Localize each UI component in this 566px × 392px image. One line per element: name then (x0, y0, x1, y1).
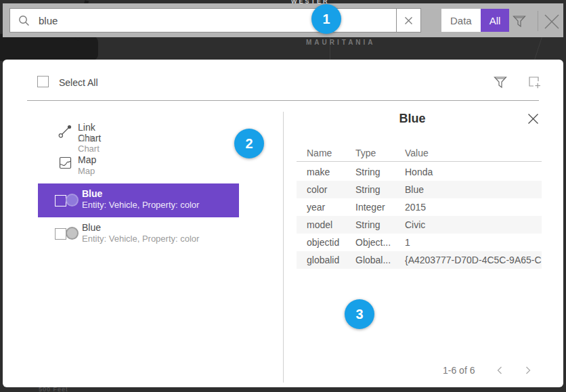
cell-name: globalid (297, 255, 355, 265)
map-icon (58, 155, 73, 171)
cell-type: Integer (355, 202, 405, 213)
result-title: Blue (82, 188, 102, 199)
knowledge-search-overlay: WESTER MAURITANIA 500 Feet Data All (0, 0, 566, 392)
search-toolbar: Data All (3, 3, 563, 37)
cell-name: objectid (297, 237, 355, 248)
search-icon (18, 15, 30, 26)
cell-type: String (355, 219, 405, 230)
table-row: objectid Object... 1 (297, 234, 542, 251)
table-row: year Integer 2015 (297, 198, 542, 216)
result-subtitle: Entity: Vehicle, Property: color (82, 200, 199, 210)
select-all-label: Select All (59, 77, 98, 88)
cell-value: {A4203777-D70D-4C5C-9A65-C... (405, 255, 542, 265)
cell-value: 2015 (405, 202, 542, 213)
attribute-table: Name Type Value make String Honda color … (297, 145, 542, 269)
close-icon (527, 113, 539, 125)
add-to-selection-button[interactable] (525, 73, 543, 91)
map-landmass (0, 34, 98, 61)
cell-type: String (355, 167, 405, 177)
callout-badge-3: 3 (345, 299, 374, 329)
select-all-checkbox[interactable] (37, 76, 49, 87)
cell-name: color (297, 184, 355, 195)
cell-value: Blue (405, 184, 542, 195)
cell-type: String (355, 184, 405, 195)
column-header-name: Name (297, 148, 355, 158)
column-header-value: Value (405, 148, 542, 158)
result-checkbox[interactable] (55, 195, 66, 206)
detail-title: Blue (283, 112, 542, 126)
table-row: make String Honda (297, 163, 542, 181)
results-filter-button[interactable] (492, 73, 509, 91)
close-search-button[interactable] (542, 12, 562, 32)
detail-close-button[interactable] (525, 111, 540, 126)
cell-name: make (297, 167, 355, 177)
next-page-button[interactable] (521, 364, 535, 377)
cell-name: model (297, 219, 355, 230)
filter-funnel-icon (493, 74, 508, 89)
result-checkbox[interactable] (55, 228, 66, 240)
chevron-left-icon (496, 366, 504, 375)
filter-funnel-icon (512, 14, 527, 28)
attribute-table-header: Name Type Value (297, 145, 542, 161)
search-filter-button[interactable] (510, 12, 528, 30)
cell-value: Honda (405, 167, 542, 177)
entity-circle-icon (66, 194, 79, 206)
header-divider (27, 100, 539, 101)
result-title[interactable]: Blue (82, 222, 101, 233)
clear-search-button[interactable] (396, 8, 421, 32)
scope-segmented-control: Data All (441, 9, 509, 32)
scope-option-data[interactable]: Data (441, 9, 481, 32)
scope-option-all[interactable]: All (481, 9, 510, 32)
cell-value: Civic (405, 219, 542, 230)
clear-icon (404, 16, 413, 25)
cell-name: year (297, 202, 355, 213)
cell-type: Global... (355, 255, 405, 265)
panel-divider (283, 112, 284, 383)
callout-badge-1: 1 (311, 4, 341, 34)
link-chart-icon (58, 123, 73, 139)
cell-value: 1 (405, 237, 542, 248)
map-border-line (534, 33, 544, 62)
map-label-mauritania: MAURITANIA (306, 39, 376, 46)
cell-type: Object... (355, 237, 405, 248)
table-row: globalid Global... {A4203777-D70D-4C5C-9… (297, 251, 542, 269)
toolbar-divider (538, 11, 538, 31)
callout-badge-2: 2 (234, 129, 264, 158)
search-results-panel: Select All Link Chart Link Chart (3, 60, 563, 387)
table-header-divider (297, 161, 542, 162)
pagination-label: 1-6 of 6 (443, 365, 475, 376)
table-row: model String Civic (297, 216, 542, 234)
table-row: color String Blue (297, 181, 542, 198)
close-icon (543, 13, 561, 30)
previous-page-button[interactable] (493, 364, 506, 377)
result-subtitle: Link Chart (78, 133, 100, 154)
entity-circle-icon (66, 227, 79, 240)
chevron-right-icon (524, 366, 532, 375)
column-header-type: Type (355, 148, 405, 158)
result-subtitle: Entity: Vehicle, Property: color (82, 234, 199, 244)
result-title: Map (78, 154, 96, 165)
add-selection-icon (527, 74, 542, 89)
result-subtitle: Map (78, 166, 95, 176)
